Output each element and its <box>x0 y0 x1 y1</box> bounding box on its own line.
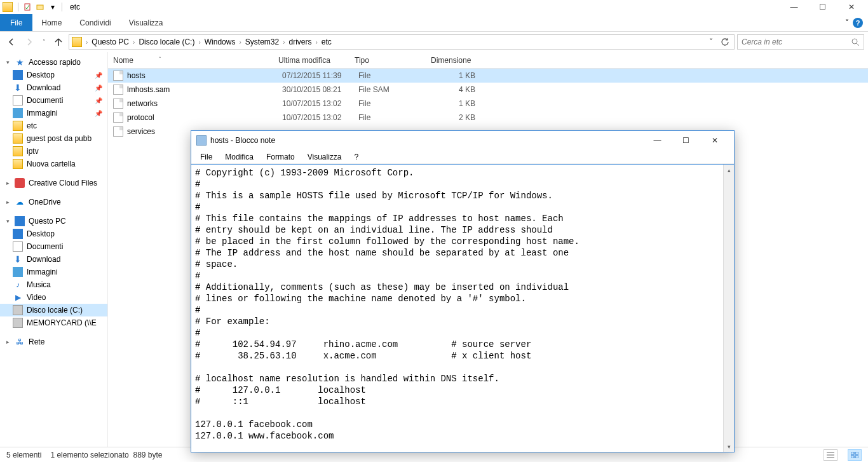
breadcrumb-item[interactable]: Windows <box>202 37 238 46</box>
tab-home[interactable]: Home <box>32 14 71 31</box>
column-date[interactable]: Ultima modifica <box>273 56 349 65</box>
notepad-icon <box>196 135 207 146</box>
chevron-right-icon[interactable]: › <box>133 39 135 46</box>
sidebar-item-images[interactable]: Immagini📌 <box>0 107 107 119</box>
sidebar-item-music[interactable]: ♪Musica <box>0 278 107 291</box>
notepad-menu-help[interactable]: ? <box>349 151 364 163</box>
sidebar-creative-cloud[interactable]: ▸Creative Cloud Files <box>0 177 107 189</box>
sidebar-item-iptv[interactable]: iptv <box>0 145 107 158</box>
column-size[interactable]: Dimensione <box>426 56 477 65</box>
file-type: File <box>353 113 430 122</box>
scroll-down-icon[interactable]: ▾ <box>724 441 734 452</box>
notepad-title-bar[interactable]: hosts - Blocco note — ☐ ✕ <box>191 131 734 150</box>
up-button[interactable] <box>51 34 66 50</box>
sidebar-item-desktop[interactable]: Desktop📌 <box>0 69 107 81</box>
sidebar-label: Accesso rapido <box>29 58 81 67</box>
sidebar-item-new-folder[interactable]: Nuova cartella <box>0 158 107 170</box>
sidebar-item-local-disk[interactable]: Disco locale (C:) <box>0 304 107 316</box>
address-dropdown-icon[interactable]: ˅ <box>705 37 717 46</box>
chevron-right-icon[interactable]: › <box>316 39 318 46</box>
sidebar-item-guest-post[interactable]: guest post da pubb <box>0 132 107 145</box>
refresh-icon[interactable] <box>719 37 731 46</box>
file-type: File SAM <box>353 85 430 94</box>
file-size: 4 KB <box>430 85 480 94</box>
notepad-menu-view[interactable]: Visualizza <box>302 151 347 163</box>
sidebar-onedrive[interactable]: ▸☁OneDrive <box>0 196 107 208</box>
recent-locations-button[interactable]: ˅ <box>39 34 48 50</box>
search-icon[interactable] <box>851 37 860 46</box>
sidebar-label: Download <box>27 83 60 92</box>
star-icon: ★ <box>15 57 25 67</box>
view-large-icons-button[interactable] <box>848 449 862 461</box>
file-row[interactable]: networks10/07/2015 13:02File1 KB <box>108 97 868 111</box>
sidebar-item-desktop-pc[interactable]: Desktop <box>0 228 107 240</box>
sidebar-item-etc[interactable]: etc <box>0 119 107 132</box>
chevron-right-icon[interactable]: › <box>283 39 285 46</box>
column-name[interactable]: Nomeˆ <box>108 56 273 65</box>
file-icon <box>113 99 123 109</box>
scroll-up-icon[interactable]: ▴ <box>724 165 734 175</box>
svg-line-3 <box>857 43 859 46</box>
address-bar[interactable]: › Questo PC › Disco locale (C:) › Window… <box>69 34 735 50</box>
sidebar-label: OneDrive <box>29 198 61 207</box>
tab-view[interactable]: Visualizza <box>120 14 172 31</box>
column-type[interactable]: Tipo <box>349 56 426 65</box>
qat-properties-icon[interactable] <box>22 2 32 12</box>
search-box[interactable] <box>737 34 864 50</box>
svg-rect-8 <box>855 452 858 454</box>
svg-rect-7 <box>851 452 854 454</box>
file-tab[interactable]: File <box>0 14 32 31</box>
notepad-window[interactable]: hosts - Blocco note — ☐ ✕ File Modifica … <box>191 130 735 452</box>
onedrive-icon: ☁ <box>15 197 25 207</box>
search-input[interactable] <box>742 37 851 46</box>
sidebar-network[interactable]: ▸🖧Rete <box>0 336 107 348</box>
chevron-right-icon[interactable]: › <box>86 39 88 46</box>
file-row[interactable]: protocol10/07/2015 13:02File2 KB <box>108 111 868 125</box>
chevron-right-icon[interactable]: › <box>198 39 200 46</box>
breadcrumb-item[interactable]: Disco locale (C:) <box>136 37 197 46</box>
breadcrumb-item[interactable]: etc <box>319 37 334 46</box>
view-details-button[interactable] <box>824 449 837 461</box>
help-icon[interactable]: ? <box>853 18 863 28</box>
sidebar-item-images-pc[interactable]: Immagini <box>0 266 107 278</box>
sidebar-label: etc <box>27 121 37 130</box>
sidebar-item-video[interactable]: ▶Video <box>0 291 107 304</box>
sidebar-item-memorycard[interactable]: MEMORYCARD (\\E <box>0 316 107 329</box>
file-row[interactable]: hosts07/12/2015 11:39File1 KB <box>108 69 868 83</box>
notepad-menu-format[interactable]: Formato <box>261 151 300 163</box>
sidebar-this-pc[interactable]: ▾Questo PC <box>0 215 107 228</box>
creative-cloud-icon <box>15 178 25 188</box>
forward-button[interactable] <box>22 34 37 50</box>
notepad-menu-edit[interactable]: Modifica <box>220 151 259 163</box>
file-icon <box>113 85 123 95</box>
qat-customize-icon[interactable]: ▾ <box>48 2 58 12</box>
back-button[interactable] <box>4 34 19 50</box>
notepad-menu-file[interactable]: File <box>195 151 217 163</box>
notepad-text-area[interactable]: # Copyright (c) 1993-2009 Microsoft Corp… <box>191 165 723 452</box>
address-folder-icon <box>72 37 82 47</box>
minimize-button[interactable]: — <box>780 0 808 14</box>
file-date: 30/10/2015 08:21 <box>277 85 353 94</box>
sidebar-quick-access[interactable]: ▾ ★ Accesso rapido <box>0 56 107 69</box>
notepad-maximize-button[interactable]: ☐ <box>672 132 700 149</box>
sidebar-item-documents-pc[interactable]: Documenti <box>0 240 107 253</box>
divider <box>62 3 62 11</box>
chevron-right-icon[interactable]: › <box>239 39 241 46</box>
notepad-minimize-button[interactable]: — <box>643 132 672 149</box>
tab-share[interactable]: Condividi <box>71 14 119 31</box>
notepad-close-button[interactable]: ✕ <box>700 132 729 149</box>
file-row[interactable]: lmhosts.sam30/10/2015 08:21File SAM4 KB <box>108 83 868 97</box>
notepad-scrollbar[interactable]: ▴ ▾ <box>723 165 734 452</box>
pin-icon: 📌 <box>95 85 102 92</box>
breadcrumb-item[interactable]: drivers <box>287 37 315 46</box>
sidebar-item-documents[interactable]: Documenti📌 <box>0 94 107 107</box>
sidebar-item-download-pc[interactable]: ⬇Download <box>0 253 107 266</box>
qat-new-folder-icon[interactable] <box>35 2 45 12</box>
ribbon-expand-icon[interactable]: ˅ <box>845 18 849 27</box>
close-button[interactable]: ✕ <box>837 0 865 14</box>
sidebar-item-download[interactable]: ⬇Download📌 <box>0 81 107 94</box>
breadcrumb-item[interactable]: Questo PC <box>89 37 132 46</box>
breadcrumb-item[interactable]: System32 <box>243 37 281 46</box>
caret-icon: ▸ <box>6 180 10 186</box>
maximize-button[interactable]: ☐ <box>808 0 837 14</box>
